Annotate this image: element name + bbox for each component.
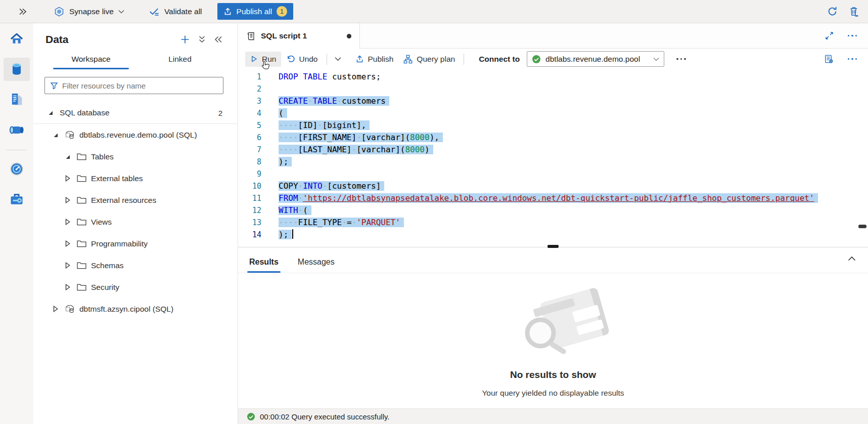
tree-item-programmability[interactable]: Programmability: [33, 233, 238, 255]
caret-collapsed-icon[interactable]: [53, 306, 59, 312]
workspace-area: SQL script 1 Run: [238, 23, 868, 424]
publish-count-badge: 1: [277, 6, 287, 17]
tab-sql-script-1[interactable]: SQL script 1: [238, 23, 360, 49]
editor-line-12[interactable]: 12WITH·(: [238, 204, 868, 217]
tab-results[interactable]: Results: [244, 258, 284, 273]
code-token: ·[customers]: [323, 181, 381, 191]
filter-resources-input[interactable]: [62, 81, 218, 90]
tree-item-external-tables[interactable]: External tables: [33, 167, 238, 189]
caret-collapsed-icon[interactable]: [65, 175, 71, 182]
connect-to-pool-dropdown[interactable]: dbtlabs.revenue.demo.pool: [527, 51, 664, 67]
filter-resources-box[interactable]: [44, 77, 223, 94]
toolbar-more-actions-icon[interactable]: [676, 58, 686, 60]
sql-script-icon: [246, 31, 256, 41]
refresh-icon[interactable]: [827, 6, 838, 17]
nav-develop-icon[interactable]: [4, 88, 30, 111]
editor-toolbar: Run Undo Publish: [238, 49, 868, 69]
nav-integrate-icon[interactable]: [4, 118, 30, 142]
caret-expanded-icon[interactable]: [53, 132, 59, 138]
code-token: 'https://dbtlabsynapsedatalake.blob.core…: [303, 193, 814, 203]
nav-manage-icon[interactable]: [4, 188, 30, 211]
tree-item-security[interactable]: Security: [33, 276, 238, 298]
caret-collapsed-icon[interactable]: [65, 197, 71, 203]
folder-icon: [77, 240, 86, 247]
tab-linked[interactable]: Linked: [135, 55, 224, 69]
connect-to-label: Connect to: [479, 55, 520, 64]
double-chevron-down-icon[interactable]: [198, 35, 206, 44]
script-properties-icon[interactable]: [824, 54, 834, 64]
run-options-chevron-icon[interactable]: [331, 57, 345, 61]
editor-line-1[interactable]: 1DROP TABLE customers;: [238, 71, 868, 83]
synapse-live-mode-selector[interactable]: Synapse live: [54, 6, 124, 17]
editor-line-6[interactable]: 6····[FIRST_NAME]·[varchar](8000),: [238, 132, 868, 144]
toolbar-separator: [327, 54, 327, 65]
doc-tab-title: SQL script 1: [261, 31, 307, 40]
code-token: COPY·: [279, 181, 303, 191]
caret-expanded-icon[interactable]: [65, 154, 71, 160]
nav-data-icon[interactable]: [4, 58, 30, 81]
nav-home-icon[interactable]: [4, 27, 30, 51]
editor-line-13[interactable]: 13····FILE_TYPE·=·'PARQUET': [238, 217, 868, 229]
code-token: ): [425, 145, 430, 154]
add-resource-icon[interactable]: [180, 35, 190, 44]
splitter-drag-handle[interactable]: [547, 245, 559, 248]
undo-button[interactable]: Undo: [281, 52, 323, 67]
editor-line-10[interactable]: 10COPY·INTO·[customers]: [238, 180, 868, 192]
caret-collapsed-icon[interactable]: [65, 219, 71, 225]
editor-more-actions-icon[interactable]: [848, 58, 857, 60]
tab-messages[interactable]: Messages: [293, 258, 340, 273]
results-splitter: [238, 243, 868, 250]
publish-button[interactable]: Publish: [350, 52, 399, 67]
line-number: 6: [238, 132, 261, 144]
editor-line-5[interactable]: 5····[ID]·[bigint],: [238, 119, 868, 132]
folder-icon: [77, 283, 86, 291]
code-content: (: [279, 107, 287, 119]
editor-line-7[interactable]: 7····[LAST_NAME]·[varchar](8000): [238, 144, 868, 156]
caret-collapsed-icon[interactable]: [65, 262, 71, 269]
tree-item-dbtlabs-revenue-demo-pool-sql[interactable]: dbtlabs.revenue.demo.pool (SQL): [33, 124, 238, 146]
discard-trash-icon[interactable]: [849, 6, 859, 17]
selection-highlight: FROM·'https://dbtlabsynapsedatalake.blob…: [279, 193, 818, 203]
code-content: WITH·(: [279, 204, 311, 217]
tab-workspace[interactable]: Workspace: [47, 55, 135, 69]
tree-item-schemas[interactable]: Schemas: [33, 255, 238, 276]
selection-highlight: ····[FIRST_NAME]·[varchar](8000),: [279, 133, 443, 142]
collapse-panel-icon[interactable]: [214, 36, 222, 43]
sql-code-editor[interactable]: 1DROP TABLE customers;23CREATE·TABLE·cus…: [238, 69, 868, 243]
tree-item-views[interactable]: Views: [33, 211, 238, 233]
query-status-bar: 00:00:02 Query executed successfully.: [238, 408, 868, 424]
editor-line-9[interactable]: 9: [238, 168, 868, 180]
line-number: 14: [238, 229, 261, 241]
double-chevron-right-icon[interactable]: [15, 8, 30, 15]
code-content: ····[FIRST_NAME]·[varchar](8000),: [279, 132, 443, 144]
code-token: ····[ID]·[bigint],: [279, 120, 366, 130]
expand-editor-icon[interactable]: [825, 31, 834, 40]
caret-collapsed-icon[interactable]: [65, 240, 71, 247]
editor-line-8[interactable]: 8);: [238, 156, 868, 168]
validate-all-button[interactable]: Validate all: [149, 7, 202, 17]
line-number: 2: [238, 83, 261, 95]
selection-highlight: );: [279, 157, 292, 166]
selection-highlight: CREATE·TABLE·customers: [279, 96, 389, 106]
editor-line-2[interactable]: 2: [238, 83, 868, 95]
editor-line-3[interactable]: 3CREATE·TABLE·customers: [238, 95, 868, 107]
editor-line-4[interactable]: 4(: [238, 107, 868, 119]
tree-item-external-resources[interactable]: External resources: [33, 189, 238, 211]
publish-all-button[interactable]: Publish all 1: [217, 3, 294, 20]
editor-line-11[interactable]: 11FROM·'https://dbtlabsynapsedatalake.bl…: [238, 192, 868, 204]
tree-item-dbtmsft-azsyn-cipool-sql[interactable]: dbtmsft.azsyn.cipool (SQL): [33, 298, 238, 320]
code-token: ·customers: [337, 96, 386, 106]
collapse-results-chevron-icon[interactable]: [848, 256, 856, 261]
caret-expanded-icon[interactable]: [48, 110, 54, 116]
caret-collapsed-icon[interactable]: [65, 284, 71, 290]
editor-line-14[interactable]: 14);: [238, 229, 868, 241]
connection-ok-icon: [532, 55, 541, 64]
tree-item-sql-database[interactable]: SQL database2: [33, 102, 238, 124]
run-button[interactable]: Run: [245, 52, 281, 67]
nav-monitor-icon[interactable]: [4, 157, 30, 181]
tree-item-tables[interactable]: Tables: [33, 146, 238, 167]
query-plan-button[interactable]: Query plan: [398, 52, 460, 67]
scrollbar-thumb[interactable]: [858, 225, 866, 228]
selection-highlight: ····[ID]·[bigint],: [279, 120, 370, 130]
tab-more-actions-icon[interactable]: [848, 35, 857, 37]
